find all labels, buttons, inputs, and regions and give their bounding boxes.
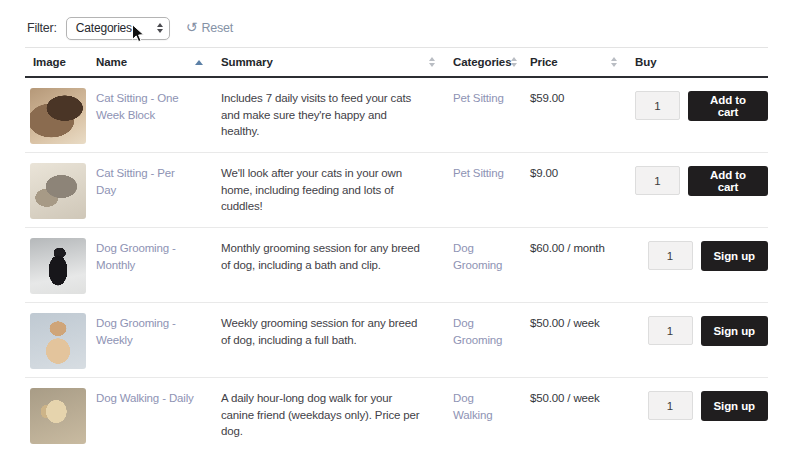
image-cell bbox=[25, 153, 88, 227]
name-cell: Dog Walking - Daily bbox=[88, 378, 213, 450]
column-header-price[interactable]: Price bbox=[522, 56, 627, 68]
image-cell bbox=[25, 228, 88, 302]
buy-cell: Add to cart bbox=[627, 78, 768, 152]
column-header-summary[interactable]: Summary bbox=[213, 56, 445, 68]
category-cell: Dog Walking bbox=[445, 378, 522, 450]
product-name-link[interactable]: Dog Walking - Daily bbox=[96, 392, 194, 404]
product-image[interactable] bbox=[30, 238, 86, 294]
quantity-input[interactable] bbox=[648, 241, 693, 270]
category-cell: Pet Sitting bbox=[445, 78, 522, 152]
table-header-row: Image Name Summary Categories Price Buy bbox=[25, 47, 768, 78]
table-row: Cat Sitting - One Week Block Includes 7 … bbox=[25, 78, 768, 153]
product-price: $50.00 / week bbox=[522, 378, 627, 450]
category-cell: Pet Sitting bbox=[445, 153, 522, 227]
product-image[interactable] bbox=[30, 388, 86, 444]
sort-icon bbox=[429, 57, 435, 67]
product-price: $9.00 bbox=[522, 153, 627, 227]
name-cell: Dog Grooming - Weekly bbox=[88, 303, 213, 377]
product-summary: We'll look after your cats in your own h… bbox=[213, 153, 445, 227]
product-price: $59.00 bbox=[522, 78, 627, 152]
product-category-link[interactable]: Dog Grooming bbox=[453, 242, 502, 271]
column-header-categories[interactable]: Categories bbox=[445, 56, 522, 68]
buy-button[interactable]: Add to cart bbox=[688, 166, 768, 196]
buy-cell: Sign up bbox=[627, 378, 768, 450]
quantity-input[interactable] bbox=[635, 166, 680, 195]
product-category-link[interactable]: Pet Sitting bbox=[453, 167, 504, 179]
table-row: Dog Grooming - Weekly Weekly grooming se… bbox=[25, 303, 768, 378]
image-cell bbox=[25, 78, 88, 152]
quantity-input[interactable] bbox=[648, 316, 693, 345]
select-arrows-icon bbox=[157, 23, 163, 33]
table-row: Dog Grooming - Monthly Monthly grooming … bbox=[25, 228, 768, 303]
product-name-link[interactable]: Dog Grooming - Weekly bbox=[96, 317, 176, 346]
product-category-link[interactable]: Dog Grooming bbox=[453, 317, 502, 346]
buy-cell: Sign up bbox=[627, 303, 768, 377]
product-price: $50.00 / week bbox=[522, 303, 627, 377]
category-cell: Dog Grooming bbox=[445, 303, 522, 377]
product-price: $60.00 / month bbox=[522, 228, 627, 302]
product-table: Image Name Summary Categories Price Buy bbox=[25, 47, 768, 450]
column-header-name[interactable]: Name bbox=[88, 56, 213, 68]
buy-button[interactable]: Sign up bbox=[701, 241, 768, 271]
filter-bar: Filter: Categories ↺ Reset bbox=[0, 0, 800, 40]
sort-ascending-icon bbox=[195, 60, 203, 65]
category-cell: Dog Grooming bbox=[445, 228, 522, 302]
buy-button[interactable]: Sign up bbox=[701, 316, 768, 346]
quantity-input[interactable] bbox=[635, 91, 680, 120]
reset-button[interactable]: ↺ Reset bbox=[186, 21, 233, 35]
reset-icon: ↺ bbox=[186, 20, 198, 34]
name-cell: Dog Grooming - Monthly bbox=[88, 228, 213, 302]
table-row: Dog Walking - Daily A daily hour-long do… bbox=[25, 378, 768, 450]
buy-cell: Add to cart bbox=[627, 153, 768, 227]
buy-cell: Sign up bbox=[627, 228, 768, 302]
product-summary: Monthly grooming session for any breed o… bbox=[213, 228, 445, 302]
table-row: Cat Sitting - Per Day We'll look after y… bbox=[25, 153, 768, 228]
product-summary: Includes 7 daily visits to feed your cat… bbox=[213, 78, 445, 152]
product-summary: Weekly grooming session for any breed of… bbox=[213, 303, 445, 377]
table-body: Cat Sitting - One Week Block Includes 7 … bbox=[25, 78, 768, 450]
product-name-link[interactable]: Cat Sitting - Per Day bbox=[96, 167, 175, 196]
quantity-input[interactable] bbox=[648, 391, 693, 420]
filter-label: Filter: bbox=[27, 21, 57, 35]
categories-filter-select[interactable]: Categories bbox=[66, 17, 170, 40]
sort-icon bbox=[611, 57, 617, 67]
image-cell bbox=[25, 303, 88, 377]
product-table-page: Filter: Categories ↺ Reset Image Name Su… bbox=[0, 0, 800, 450]
product-image[interactable] bbox=[30, 88, 86, 144]
sort-icon bbox=[511, 57, 517, 67]
column-header-buy: Buy bbox=[627, 56, 768, 68]
name-cell: Cat Sitting - One Week Block bbox=[88, 78, 213, 152]
filter-select-value: Categories bbox=[76, 21, 132, 35]
product-image[interactable] bbox=[30, 313, 86, 369]
product-name-link[interactable]: Cat Sitting - One Week Block bbox=[96, 92, 178, 121]
name-cell: Cat Sitting - Per Day bbox=[88, 153, 213, 227]
reset-label: Reset bbox=[201, 21, 233, 35]
product-category-link[interactable]: Dog Walking bbox=[453, 392, 492, 421]
product-category-link[interactable]: Pet Sitting bbox=[453, 92, 504, 104]
image-cell bbox=[25, 378, 88, 450]
product-name-link[interactable]: Dog Grooming - Monthly bbox=[96, 242, 176, 271]
buy-button[interactable]: Sign up bbox=[701, 391, 768, 421]
buy-button[interactable]: Add to cart bbox=[688, 91, 768, 121]
product-summary: A daily hour-long dog walk for your cani… bbox=[213, 378, 445, 450]
column-header-image: Image bbox=[25, 56, 88, 68]
product-image[interactable] bbox=[30, 163, 86, 219]
